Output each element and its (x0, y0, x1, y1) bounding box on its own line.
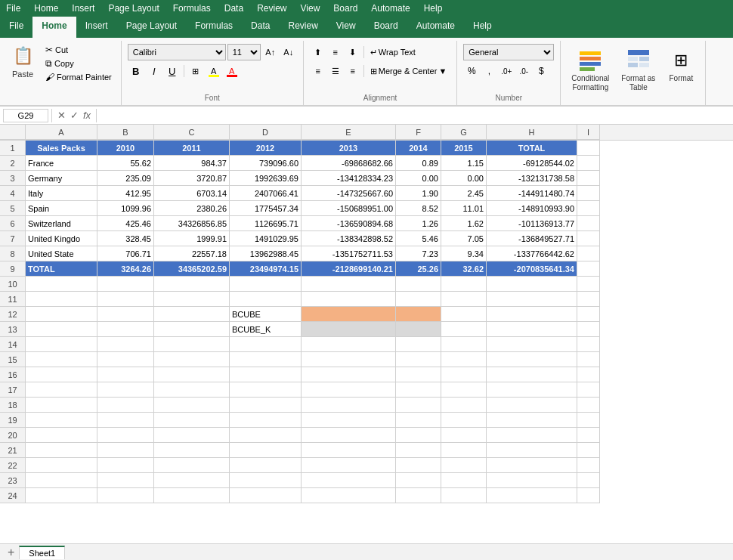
cell-i16[interactable] (577, 367, 600, 382)
cell-h6[interactable]: -101136913.77 (487, 216, 577, 231)
cell-a9[interactable]: TOTAL (26, 261, 97, 277)
tab-view[interactable]: View (327, 17, 365, 38)
cell-c21[interactable] (154, 443, 230, 458)
tab-home[interactable]: Home (32, 17, 76, 38)
cell-d1[interactable]: 2012 (230, 141, 302, 156)
cell-i19[interactable] (577, 413, 600, 428)
cell-e24[interactable] (302, 488, 396, 503)
cell-h16[interactable] (487, 367, 577, 382)
cell-d6[interactable]: 1126695.71 (230, 216, 302, 231)
cell-e19[interactable] (302, 413, 396, 428)
number-format-select[interactable]: General Number Currency Date (463, 44, 554, 60)
wrap-text-button[interactable]: ↵ Wrap Text (366, 44, 419, 60)
cell-b17[interactable] (97, 382, 154, 398)
cell-f9[interactable]: 25.26 (396, 261, 441, 277)
cell-i20[interactable] (577, 428, 600, 443)
cut-button[interactable]: ✂ Cut (42, 44, 115, 56)
cell-e1[interactable]: 2013 (302, 141, 396, 156)
cell-c15[interactable] (154, 352, 230, 367)
align-bottom-button[interactable]: ⬇ (345, 44, 361, 60)
rownum-5[interactable]: 5 (0, 201, 26, 216)
cell-g17[interactable] (441, 382, 487, 398)
cell-e20[interactable] (302, 428, 396, 443)
dec-inc-button[interactable]: .0+ (498, 63, 515, 79)
accounting-button[interactable]: $ (533, 63, 549, 79)
cell-f3[interactable]: 0.00 (396, 171, 441, 186)
cell-b13[interactable] (97, 322, 154, 337)
cell-c10[interactable] (154, 277, 230, 292)
rownum-13[interactable]: 13 (0, 322, 26, 337)
percent-button[interactable]: % (463, 63, 480, 79)
rownum-6[interactable]: 6 (0, 216, 26, 231)
cell-b15[interactable] (97, 352, 154, 367)
cell-e11[interactable] (302, 292, 396, 307)
cell-e15[interactable] (302, 352, 396, 367)
merge-center-button[interactable]: ⊞ Merge & Center ▼ (366, 65, 451, 78)
format-painter-button[interactable]: 🖌 Format Painter (42, 71, 115, 83)
cell-a5[interactable]: Spain (26, 201, 97, 216)
cell-g1[interactable]: 2015 (441, 141, 487, 156)
cell-i1[interactable] (577, 141, 600, 156)
cell-h7[interactable]: -136849527.71 (487, 231, 577, 246)
cell-f7[interactable]: 5.46 (396, 231, 441, 246)
rownum-3[interactable]: 3 (0, 171, 26, 186)
font-size-select[interactable]: 11 (227, 44, 261, 60)
cell-f6[interactable]: 1.26 (396, 216, 441, 231)
cell-e18[interactable] (302, 398, 396, 413)
menu-insert[interactable]: Insert (72, 3, 94, 14)
cell-e8[interactable]: -1351752711.53 (302, 246, 396, 261)
cell-h8[interactable]: -1337766442.62 (487, 246, 577, 261)
align-center-button[interactable]: ☰ (327, 63, 344, 79)
cell-h17[interactable] (487, 382, 577, 398)
paste-button[interactable]: 📋 Paste (6, 41, 39, 80)
cell-c23[interactable] (154, 473, 230, 488)
cell-b8[interactable]: 706.71 (97, 246, 154, 261)
menu-data[interactable]: Data (224, 3, 243, 14)
rownum-20[interactable]: 20 (0, 428, 26, 443)
cell-f4[interactable]: 1.90 (396, 186, 441, 201)
comma-button[interactable]: , (481, 63, 497, 79)
align-left-button[interactable]: ≡ (310, 63, 326, 79)
cell-f19[interactable] (396, 413, 441, 428)
cell-b9[interactable]: 3264.26 (97, 261, 154, 277)
cell-h14[interactable] (487, 337, 577, 352)
cell-i12[interactable] (577, 307, 600, 322)
format-button[interactable]: ⊞ Format (663, 44, 699, 85)
cell-d5[interactable]: 1775457.34 (230, 201, 302, 216)
col-header-e[interactable]: E (302, 125, 396, 140)
cell-b22[interactable] (97, 458, 154, 473)
cell-g24[interactable] (441, 488, 487, 503)
cell-h1[interactable]: TOTAL (487, 141, 577, 156)
menu-file[interactable]: File (6, 3, 20, 14)
cell-a8[interactable]: United State (26, 246, 97, 261)
cell-h20[interactable] (487, 428, 577, 443)
cell-i14[interactable] (577, 337, 600, 352)
cell-f13[interactable] (396, 322, 441, 337)
rownum-10[interactable]: 10 (0, 277, 26, 292)
rownum-12[interactable]: 12 (0, 307, 26, 322)
col-header-a[interactable]: A (26, 125, 97, 140)
cell-b18[interactable] (97, 398, 154, 413)
cell-b11[interactable] (97, 292, 154, 307)
cell-d23[interactable] (230, 473, 302, 488)
cell-e23[interactable] (302, 473, 396, 488)
cell-i23[interactable] (577, 473, 600, 488)
cell-i5[interactable] (577, 201, 600, 216)
cell-g23[interactable] (441, 473, 487, 488)
cell-b5[interactable]: 1099.96 (97, 201, 154, 216)
col-header-b[interactable]: B (97, 125, 154, 140)
rownum-17[interactable]: 17 (0, 382, 26, 398)
cell-g2[interactable]: 1.15 (441, 156, 487, 171)
align-middle-button[interactable]: ≡ (327, 44, 344, 60)
cell-e6[interactable]: -136590894.68 (302, 216, 396, 231)
cell-f10[interactable] (396, 277, 441, 292)
cell-a22[interactable] (26, 458, 97, 473)
cell-h22[interactable] (487, 458, 577, 473)
cell-f5[interactable]: 8.52 (396, 201, 441, 216)
cell-c13[interactable] (154, 322, 230, 337)
cell-b14[interactable] (97, 337, 154, 352)
cell-c16[interactable] (154, 367, 230, 382)
cell-f24[interactable] (396, 488, 441, 503)
cancel-formula-icon[interactable]: ✕ (57, 110, 66, 121)
rownum-11[interactable]: 11 (0, 292, 26, 307)
